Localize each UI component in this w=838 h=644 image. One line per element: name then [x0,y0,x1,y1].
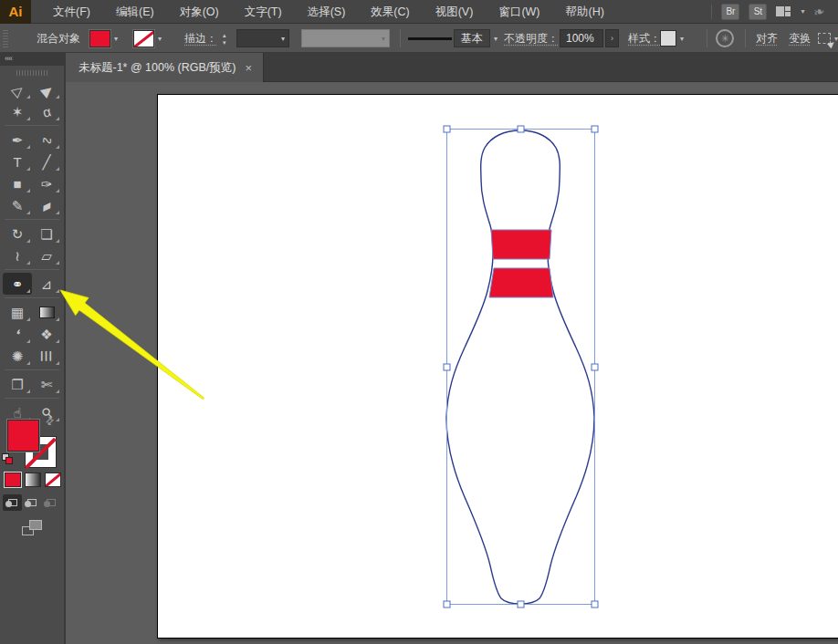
line-segment-tool[interactable]: ╱ [32,151,61,172]
align-button[interactable]: 对齐 [756,24,778,53]
style-swatch[interactable] [660,30,676,47]
eraser-tool[interactable]: ▰ [32,194,61,216]
draw-behind-button[interactable] [22,494,41,511]
stroke-weight-stepper[interactable]: ▴ ▾ [223,24,226,53]
canvas-area[interactable] [66,82,838,644]
width-tool[interactable]: ≀ [3,244,32,266]
curvature-tool-icon: ∿ [39,131,55,148]
transform-button[interactable]: 变换 [789,24,811,53]
fill-color-swatch[interactable] [89,30,110,47]
workspace-chevron-icon[interactable]: ▾ [801,7,804,16]
gradient-button[interactable] [25,473,41,487]
column-graph-tool[interactable]: ☰ [32,345,61,367]
menu-item-2[interactable]: 对象(O) [167,0,232,24]
draw-normal-button[interactable] [3,494,22,511]
screen-mode-button[interactable] [22,520,42,535]
artboard[interactable] [157,94,838,639]
type-tool-icon: T [13,155,21,169]
shaper-tool[interactable]: ✎ [3,194,32,216]
menu-item-1[interactable]: 编辑(E) [103,0,167,24]
perspective-grid-tool[interactable]: ⊿ [32,273,61,295]
scale-tool-icon: ❏ [40,227,52,241]
blend-tool[interactable]: ❖ [32,323,61,345]
style-button[interactable]: St [749,4,767,20]
pen-tool-icon: ✒ [12,133,24,147]
rotate-tool[interactable]: ↻ [3,223,32,244]
drawing-mode-buttons [3,494,60,511]
workspace-switcher-icon[interactable] [776,6,791,17]
stroke-chevron-icon[interactable]: ▾ [158,35,162,43]
recolor-artwork-icon[interactable]: ✳ [716,29,734,47]
style-panel-link[interactable]: 样式： [628,24,661,53]
menu-item-6[interactable]: 视图(V) [423,0,487,24]
panel-grip[interactable] [3,29,8,47]
document-title: 未标题-1* @ 100% (RGB/预览) [79,60,236,76]
rectangle-tool[interactable]: ■ [3,172,32,194]
column-graph-tool-icon: ☰ [39,349,53,361]
selection-tool[interactable]: ▷ [3,78,32,100]
fill-stroke-indicator: ⇄ [0,418,66,473]
line-segment-tool-icon: ╱ [42,155,50,169]
menu-item-8[interactable]: 帮助(H) [553,0,617,24]
width-profile-chevron-icon[interactable]: ▾ [494,35,498,43]
stroke-weight-combobox[interactable]: ▾ [236,29,289,47]
blend-tool-icon: ❖ [40,327,52,341]
paintbrush-tool[interactable]: ✑ [32,172,61,194]
draw-inside-button [41,494,60,511]
menu-item-3[interactable]: 文字(T) [232,0,295,24]
tab-close-icon[interactable]: × [245,61,252,75]
stroke-panel-link[interactable]: 描边： [184,24,217,53]
stepper-up-icon[interactable]: ▴ [223,32,226,38]
lasso-tool[interactable]: α [32,100,61,122]
perspective-grid-tool-icon: ⊿ [41,277,53,291]
symbol-sprayer-tool[interactable]: ✺ [3,345,32,367]
menu-item-5[interactable]: 效果(C) [358,0,422,24]
launch-icon[interactable]: ❧ [812,2,827,21]
document-tab-bar: 未标题-1* @ 100% (RGB/预览) × [66,53,838,82]
variable-width-profile[interactable]: 基本 [454,29,490,47]
color-button[interactable] [5,473,21,487]
menu-item-0[interactable]: 文件(F) [40,0,103,24]
toolbar-grip[interactable] [16,70,47,76]
curvature-tool[interactable]: ∿ [32,129,61,151]
shape-builder-tool[interactable]: ⚭ [3,273,32,295]
menu-item-4[interactable]: 选择(S) [295,0,359,24]
default-fill-stroke-icon[interactable] [2,453,15,466]
width-tool-icon: ≀ [15,249,20,263]
fill-indicator[interactable] [7,420,39,452]
document-tab[interactable]: 未标题-1* @ 100% (RGB/预览) × [66,53,264,82]
mesh-tool[interactable]: ▦ [3,301,32,323]
scale-tool[interactable]: ❏ [32,223,61,244]
select-similar-icon[interactable] [818,33,831,44]
opacity-flyout-button[interactable]: › [605,29,619,47]
eyedropper-tool[interactable]: ❛ [3,323,32,345]
menu-items: 文件(F)编辑(E)对象(O)文字(T)选择(S)效果(C)视图(V)窗口(W)… [40,0,617,24]
stepper-down-icon[interactable]: ▾ [223,39,226,46]
opacity-panel-link[interactable]: 不透明度： [504,24,559,53]
menu-item-7[interactable]: 窗口(W) [486,0,552,24]
magic-wand-tool[interactable]: ✶ [3,100,32,122]
type-tool[interactable]: T [3,151,32,172]
artboard-tool[interactable]: ❐ [3,373,32,395]
tool-group-divider [5,297,59,298]
select-similar-chevron-icon[interactable]: ▾ [834,35,838,43]
direct-selection-tool[interactable]: ▶ [32,78,61,100]
toolbar-collapse-icon[interactable]: «« [0,53,64,66]
pen-tool[interactable]: ✒ [3,129,32,151]
bridge-button[interactable]: Br [721,4,739,20]
slice-tool[interactable]: ✄ [32,373,61,395]
none-button[interactable] [45,473,61,487]
gradient-tool[interactable] [32,301,61,323]
opacity-input[interactable]: 100% [560,29,603,47]
shaper-tool-icon: ✎ [12,199,24,213]
direct-selection-tool-icon: ▶ [38,81,55,99]
control-panel: 混合对象 ▾ ▾ 描边： ▴ ▾ ▾ ▾ 基本 ▾ 不透明度： 100% › 样… [0,24,838,53]
style-chevron-icon[interactable]: ▾ [680,35,684,43]
free-transform-tool[interactable]: ▱ [32,244,61,266]
stroke-color-swatch[interactable] [133,30,154,47]
stroke-weight-chevron-icon[interactable]: ▾ [281,35,285,43]
selection-tool-icon: ▷ [9,81,26,99]
gradient-tool-icon [39,306,55,318]
fill-chevron-icon[interactable]: ▾ [114,35,118,43]
eraser-tool-icon: ▰ [39,197,55,213]
